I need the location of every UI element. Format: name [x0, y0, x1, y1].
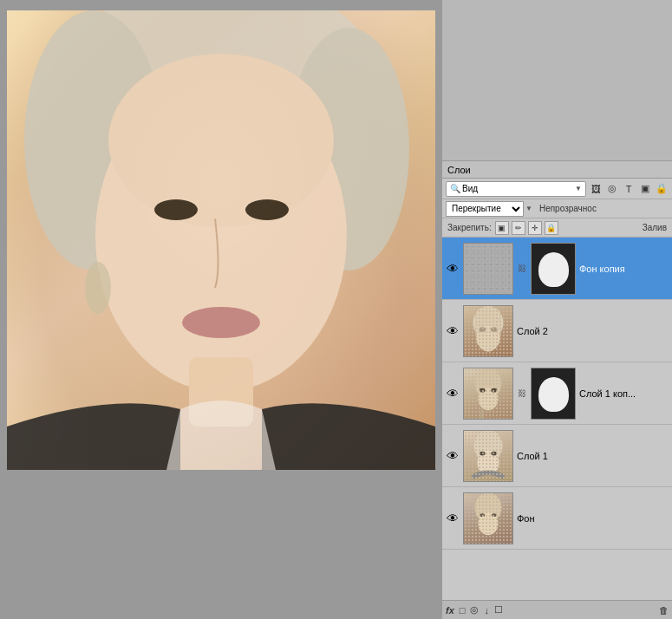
main-image	[7, 10, 435, 470]
svg-point-23	[475, 493, 502, 523]
layers-panel-title: Слои	[447, 165, 471, 175]
layer-visibility-toggle[interactable]: 👁	[446, 387, 460, 401]
layer-visibility-toggle[interactable]: 👁	[446, 511, 460, 525]
lock-pixels-btn[interactable]: ✏	[512, 221, 525, 235]
lock-transparent-btn[interactable]: ▣	[495, 221, 509, 235]
layer-name: Фон	[517, 513, 669, 524]
layer-row[interactable]: 👁 ⛓ Фон копия	[442, 238, 672, 300]
layer-thumbnail	[463, 243, 513, 295]
lock-filter-icon[interactable]: 🔒	[655, 182, 669, 196]
layer-search-box[interactable]: 🔍 ▼	[446, 181, 586, 197]
svg-point-24	[478, 511, 498, 535]
blend-mode-toolbar: Перекрытие Нормальный Умножение ▼ Непроз…	[442, 199, 672, 218]
fill-label: Залив	[643, 223, 667, 232]
top-gray-space	[442, 0, 672, 160]
main-image-container	[7, 10, 435, 470]
layers-panel: Слои 🔍 ▼ 🖼 ◎ T ▣ 🔒 Перекрытие Нормальный	[442, 160, 672, 619]
layer-row[interactable]: 👁 ⛓ Слой 1 ко	[442, 362, 672, 425]
svg-point-12	[479, 327, 486, 332]
blend-dropdown-arrow: ▼	[525, 205, 532, 212]
svg-rect-18	[479, 408, 484, 419]
layer-name: Слой 1 коп...	[579, 388, 669, 399]
search-dropdown-arrow[interactable]: ▼	[575, 185, 582, 192]
layer-search-input[interactable]	[462, 184, 575, 193]
svg-point-10	[473, 306, 504, 340]
layer-chain-icon: ⛓	[517, 368, 527, 420]
layer-mask-thumbnail	[531, 243, 576, 295]
image-filter-icon[interactable]: 🖼	[589, 182, 603, 196]
layer-thumbnail	[463, 305, 513, 357]
svg-point-16	[480, 388, 486, 392]
layers-title-bar: Слои	[442, 161, 672, 179]
blend-mode-select[interactable]: Перекрытие Нормальный Умножение	[446, 201, 524, 217]
svg-point-15	[478, 387, 498, 410]
canvas-area	[0, 0, 442, 619]
layer-thumbnail	[463, 492, 513, 544]
layer-name: Фон копия	[579, 264, 669, 274]
layer-name: Слой 2	[517, 326, 669, 336]
svg-point-17	[491, 388, 497, 392]
layer-mask-thumbnail	[531, 368, 576, 420]
svg-point-5	[154, 199, 198, 220]
text-filter-icon[interactable]: T	[622, 182, 636, 196]
shape-filter-icon[interactable]: ▣	[638, 182, 652, 196]
lock-all-btn[interactable]: 🔒	[545, 221, 558, 235]
svg-point-20	[477, 450, 499, 475]
layer-name: Слой 1	[517, 451, 669, 461]
svg-point-19	[474, 431, 503, 462]
svg-point-22	[491, 451, 497, 455]
svg-point-7	[182, 307, 260, 338]
layer-visibility-toggle[interactable]: 👁	[446, 324, 460, 338]
layer-visibility-toggle[interactable]: 👁	[446, 449, 460, 463]
lock-controls: Закрепить: ▣ ✏ ✛ 🔒	[447, 221, 558, 235]
search-icon: 🔍	[450, 184, 460, 193]
lock-icons-group: ▣ ✏ ✛ 🔒	[495, 221, 558, 235]
svg-point-9	[85, 262, 111, 314]
svg-point-21	[480, 451, 486, 455]
new-layer-button[interactable]: ☐	[494, 604, 503, 616]
layers-search-toolbar: 🔍 ▼ 🖼 ◎ T ▣ 🔒	[442, 179, 672, 199]
layer-thumbnail	[463, 430, 513, 482]
svg-point-11	[476, 324, 499, 351]
svg-point-14	[475, 368, 502, 399]
layer-row[interactable]: 👁 Слой 1	[442, 425, 672, 487]
add-mask-button[interactable]: □	[460, 605, 466, 616]
layer-visibility-toggle[interactable]: 👁	[446, 262, 460, 276]
right-panel: Слои 🔍 ▼ 🖼 ◎ T ▣ 🔒 Перекрытие Нормальный	[442, 0, 672, 619]
opacity-label: Непрозрачнос	[539, 204, 597, 213]
layers-toolbar-icons: 🖼 ◎ T ▣ 🔒	[589, 182, 669, 196]
svg-point-25	[480, 513, 485, 517]
layers-list: 👁 ⛓ Фон копия 👁	[442, 238, 672, 600]
layer-row[interactable]: 👁 Фон	[442, 487, 672, 550]
svg-point-4	[108, 54, 334, 227]
layer-thumbnail	[463, 368, 513, 420]
svg-point-6	[245, 199, 289, 220]
lock-position-btn[interactable]: ✛	[528, 221, 542, 235]
svg-point-13	[491, 327, 498, 332]
layer-chain-icon: ⛓	[517, 243, 527, 295]
layers-bottom-toolbar: fx □ ◎ ↓ ☐ 🗑	[442, 600, 672, 619]
adjustment-filter-icon[interactable]: ◎	[605, 182, 619, 196]
lock-label: Закрепить:	[447, 223, 492, 232]
fx-button[interactable]: fx	[446, 605, 454, 616]
svg-point-26	[492, 513, 497, 517]
layer-row[interactable]: 👁 Слой 2	[442, 300, 672, 362]
lock-toolbar: Закрепить: ▣ ✏ ✛ 🔒 Залив	[442, 218, 672, 238]
new-adjustment-button[interactable]: ◎	[470, 604, 479, 616]
delete-layer-button[interactable]: 🗑	[659, 605, 669, 616]
new-group-button[interactable]: ↓	[484, 605, 489, 616]
